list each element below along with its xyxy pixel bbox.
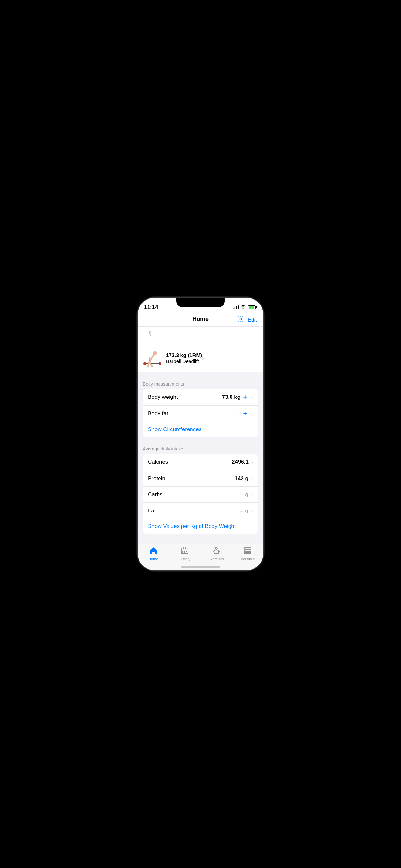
exercise-left: 173.3 kg (1RM) Barbell Deadlift [143, 348, 202, 368]
svg-line-3 [150, 333, 151, 337]
edit-button[interactable]: Edit [246, 315, 258, 324]
exercise-chevron-icon: › [202, 355, 204, 362]
calories-row[interactable]: Calories 2496.1 › [143, 454, 258, 470]
tab-routines[interactable]: Routines [232, 547, 264, 561]
exercise-info: 173.3 kg (1RM) Barbell Deadlift [166, 352, 202, 364]
protein-chevron-icon: › [251, 475, 253, 482]
tab-exercises-label: Exercises [209, 557, 224, 561]
body-fat-row[interactable]: Body fat -- + › [143, 405, 258, 422]
calories-label: Calories [148, 459, 232, 465]
nutrition-card: Calories 2496.1 › Protein 142 g › Carbs … [143, 454, 258, 534]
status-time: 11:14 [144, 304, 158, 311]
history-icon [181, 547, 189, 556]
body-fat-value: -- [237, 410, 241, 417]
nav-header: Home Edit [137, 313, 264, 327]
svg-rect-27 [244, 548, 251, 549]
svg-rect-29 [244, 552, 251, 554]
tab-exercises[interactable]: Exercises [201, 547, 232, 561]
nutrition-section-header: Average daily intake [137, 440, 264, 454]
svg-rect-28 [244, 550, 251, 552]
tab-history-label: History [179, 557, 190, 561]
deadlift-exercise-icon [143, 348, 162, 368]
fat-row[interactable]: Fat -- g › [143, 502, 258, 519]
tab-home[interactable]: Home [137, 547, 169, 561]
protein-row[interactable]: Protein 142 g › [143, 470, 258, 486]
top-record-card: 173.3 kg (1RM) Barbell Deadlift › [137, 327, 264, 372]
show-circumferences-link[interactable]: Show Circumferences [143, 422, 258, 437]
tab-history[interactable]: History [169, 547, 201, 561]
carbs-chevron-icon: › [251, 491, 253, 498]
settings-icon[interactable] [236, 314, 245, 326]
calories-value: 2496.1 [232, 459, 249, 465]
body-weight-add-button[interactable]: + [243, 394, 247, 401]
phone-screen: 11:14 ⚡ [137, 298, 264, 570]
fat-chevron-icon: › [251, 507, 253, 514]
svg-line-2 [149, 333, 150, 337]
body-fat-chevron-icon: › [251, 410, 253, 417]
svg-point-0 [240, 318, 242, 320]
signal-icon [233, 306, 239, 309]
svg-rect-6 [145, 363, 159, 364]
exercises-icon [212, 547, 220, 556]
body-measurements-header: Body measurements [137, 375, 264, 389]
body-measurements-card: Body weight 73.6 kg + › Body fat -- + › … [143, 389, 258, 437]
wifi-icon [241, 305, 246, 310]
home-icon [149, 547, 158, 556]
svg-rect-8 [159, 362, 161, 365]
calories-chevron-icon: › [251, 459, 253, 466]
phone-frame: 11:14 ⚡ [137, 298, 264, 570]
scroll-content[interactable]: 173.3 kg (1RM) Barbell Deadlift › Body m… [137, 327, 264, 551]
show-values-link[interactable]: Show Values per Kg of Body Weight [143, 519, 258, 534]
battery-icon: ⚡ [248, 306, 257, 309]
body-weight-label: Body weight [148, 394, 222, 400]
svg-point-1 [149, 331, 151, 333]
home-indicator [181, 566, 220, 568]
tab-routines-label: Routines [241, 557, 255, 561]
routines-icon [243, 547, 252, 556]
svg-point-24 [215, 547, 217, 549]
carbs-value: -- g [240, 492, 249, 498]
body-fat-add-button[interactable]: + [243, 410, 247, 417]
fat-label: Fat [148, 507, 240, 514]
svg-rect-7 [144, 362, 146, 365]
body-weight-value: 73.6 kg [222, 394, 241, 400]
carbs-label: Carbs [148, 492, 240, 498]
page-title: Home [192, 316, 209, 322]
notch [176, 298, 225, 307]
exercise-weight: 173.3 kg (1RM) [166, 352, 202, 359]
exercise-name: Barbell Deadlift [166, 359, 202, 364]
tab-home-label: Home [149, 557, 158, 561]
body-fat-label: Body fat [148, 410, 237, 417]
body-weight-row[interactable]: Body weight 73.6 kg + › [143, 389, 258, 405]
protein-value: 142 g [235, 475, 249, 482]
partial-figure-icon [143, 331, 156, 340]
deadlift-record-row[interactable]: 173.3 kg (1RM) Barbell Deadlift › [137, 344, 264, 372]
body-weight-chevron-icon: › [251, 394, 253, 401]
fat-value: -- g [240, 507, 249, 514]
carbs-row[interactable]: Carbs -- g › [143, 486, 258, 502]
protein-label: Protein [148, 475, 235, 482]
status-icons: ⚡ [233, 305, 257, 310]
